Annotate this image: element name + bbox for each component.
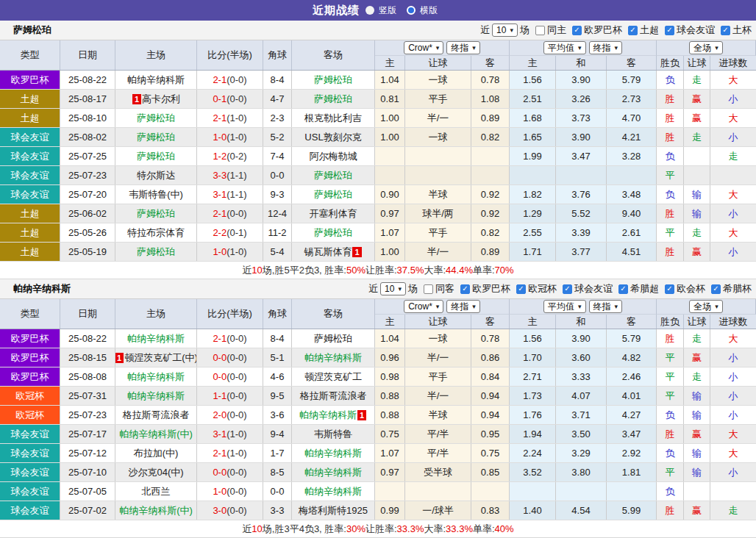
full-time-score: 1-0 — [213, 132, 227, 143]
horizontal-layout-radio[interactable] — [407, 6, 416, 15]
odds-time-select[interactable]: 终指▾ — [446, 41, 480, 54]
home-team-name: 沙尔克04(中) — [128, 466, 183, 479]
avg-time-select[interactable]: 终指▾ — [589, 300, 623, 313]
full-time-score: 3-3 — [213, 170, 227, 181]
column-subheader: 和 — [556, 56, 607, 70]
column-header: 类型 — [0, 299, 60, 329]
odds-away — [471, 166, 510, 184]
result-handicap: 走 — [684, 223, 710, 242]
summary-text: 场,胜3平4负3, 胜率: — [263, 523, 346, 536]
competition-badge: 土超 — [0, 109, 60, 127]
vertical-layout-radio[interactable] — [365, 6, 374, 15]
near-count-select[interactable]: 10▾ — [380, 282, 406, 295]
odds-home: 1.00 — [375, 243, 405, 261]
match-type-cell: 球会友谊 — [0, 444, 60, 462]
league-checkbox-5[interactable]: ✓ — [711, 284, 721, 294]
handicap-line: 平/半 — [405, 425, 471, 443]
full-time-score: 0-1 — [213, 93, 227, 104]
avg-time-select[interactable]: 终指▾ — [589, 41, 623, 54]
corner-count: 2-3 — [263, 109, 292, 127]
avg-type-select[interactable]: 平均值▾ — [543, 41, 586, 54]
summary-text: 50% — [346, 265, 365, 276]
corner-count: 3-3 — [263, 501, 292, 520]
away-team-name: 韦斯特鲁 — [314, 428, 352, 441]
match-type-cell: 球会友谊 — [0, 147, 60, 165]
league-checkbox-1[interactable]: ✓ — [628, 26, 638, 35]
result-handicap: 赢 — [684, 109, 710, 127]
score-cell: 3-1(1-0) — [197, 425, 263, 443]
odds-time-select[interactable]: 终指▾ — [446, 300, 480, 313]
odds-home: 0.88 — [375, 406, 405, 424]
same-venue-checkbox[interactable] — [424, 284, 433, 294]
corner-count: 8-4 — [263, 71, 292, 89]
competition-badge: 欧罗巴杯 — [0, 367, 60, 386]
odds-company-select[interactable]: Crow*▾ — [404, 300, 443, 313]
avg-type-select-value: 平均值 — [548, 42, 574, 54]
avg-type-select[interactable]: 平均值▾ — [543, 300, 586, 313]
league-checkbox-2[interactable]: ✓ — [665, 26, 674, 35]
league-checkbox-4[interactable]: ✓ — [665, 284, 674, 294]
match-date: 25-07-10 — [60, 463, 115, 481]
home-team-cell: 帕纳辛纳科斯(中) — [115, 425, 197, 443]
avg-home-odds: 1.56 — [510, 71, 556, 89]
summary-text: 33.3% — [446, 523, 473, 534]
full-time-score: 1-2 — [213, 151, 227, 162]
home-team-cell: 格拉斯哥流浪者 — [115, 406, 197, 424]
section-title-row: 萨姆松珀近10▾场同主✓欧罗巴杯✓土超✓球会友谊✓土杯 — [0, 21, 756, 40]
column-subheader: 让球 — [684, 56, 710, 70]
column-subheader: 让球 — [405, 56, 471, 70]
scope-select[interactable]: 全场▾ — [689, 41, 723, 54]
league-checkbox-1[interactable]: ✓ — [516, 284, 526, 294]
column-subheader: 和 — [556, 315, 607, 329]
league-checkbox-3[interactable]: ✓ — [618, 284, 628, 294]
match-type-cell: 球会友谊 — [0, 166, 60, 184]
home-team-name: 帕纳辛纳科斯 — [127, 370, 185, 384]
corner-count: 12-4 — [263, 204, 292, 223]
away-team-cell: 根克勒比利吉 — [292, 109, 375, 127]
neutral-flag: 1 — [352, 247, 361, 257]
handicap-line: 一球 — [405, 128, 471, 146]
league-checkbox-2[interactable]: ✓ — [563, 284, 572, 294]
league-checkbox-0[interactable]: ✓ — [460, 284, 470, 294]
league-checkbox-0[interactable]: ✓ — [572, 26, 582, 35]
result-goals: 大 — [710, 223, 756, 242]
away-team-cell: 帕纳辛纳科斯 — [292, 444, 375, 462]
avg-home-odds: 1.29 — [510, 204, 556, 223]
match-type-cell: 球会友谊 — [0, 425, 60, 443]
odds-away: 0.78 — [471, 329, 510, 348]
odds-away: 0.94 — [471, 406, 510, 424]
home-team-name: 萨姆松珀 — [137, 245, 175, 259]
avg-dropdown-group: 平均值▾终指▾ — [510, 40, 657, 56]
scope-dropdown-group: 全场▾ — [657, 299, 756, 315]
home-team-name: 帕纳辛纳科斯 — [127, 73, 185, 87]
league-checkbox-3[interactable]: ✓ — [721, 26, 730, 35]
near-count-select[interactable]: 10▾ — [492, 24, 518, 37]
away-team-name: 萨姆松珀 — [314, 73, 352, 87]
result-outcome: 平 — [657, 223, 684, 242]
scope-select[interactable]: 全场▾ — [689, 300, 723, 313]
team-section: 帕纳辛纳科斯近10▾场同客✓欧罗巴杯✓欧冠杯✓球会友谊✓希腊超✓欧会杯✓希腊杯类… — [0, 279, 756, 538]
result-goals: 大 — [710, 185, 756, 204]
match-type-cell: 球会友谊 — [0, 128, 60, 146]
odds-company-select[interactable]: Crow*▾ — [404, 41, 443, 54]
result-handicap: 输 — [684, 185, 710, 204]
avg-draw-odds: 3.76 — [556, 185, 607, 204]
avg-draw-odds: 3.77 — [556, 243, 607, 261]
same-venue-checkbox[interactable] — [535, 26, 545, 35]
full-time-score: 3-1 — [213, 189, 227, 200]
avg-draw-odds: 3.90 — [556, 329, 607, 348]
league-label-4: 欧会杯 — [677, 282, 705, 295]
result-goals: 小 — [710, 367, 756, 386]
score-cell: 1-2(0-2) — [197, 147, 263, 165]
near-count-select-value: 10 — [496, 25, 506, 35]
home-team-cell: 萨姆松珀 — [115, 204, 197, 223]
avg-draw-odds: 3.90 — [556, 128, 607, 146]
avg-away-odds: 4.51 — [607, 243, 657, 261]
odds-home: 0.98 — [375, 367, 405, 386]
home-team-cell: 特尔斯达 — [115, 166, 197, 184]
column-subheader: 主 — [510, 56, 556, 70]
match-row: 欧冠杯25-07-23格拉斯哥流浪者2-0(0-0)3-6帕纳辛纳科斯10.88… — [0, 406, 756, 425]
handicap-line — [405, 482, 471, 501]
summary-text: 10 — [252, 523, 262, 534]
away-team-name: 格拉斯哥流浪者 — [300, 390, 367, 403]
